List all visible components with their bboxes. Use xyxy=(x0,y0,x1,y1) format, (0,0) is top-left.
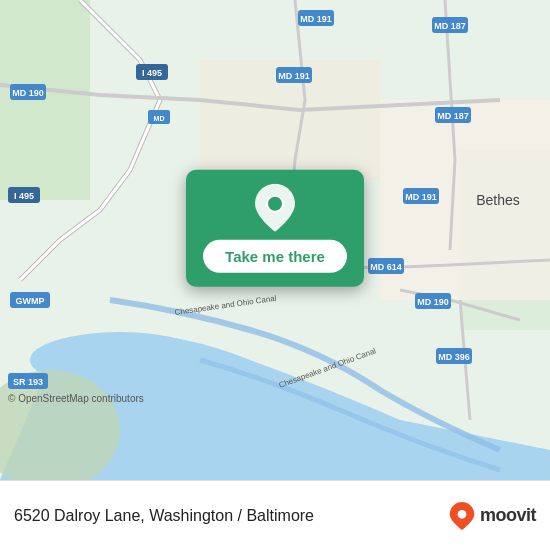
svg-text:MD: MD xyxy=(154,115,165,122)
address-label: 6520 Dalroy Lane, Washington / Baltimore xyxy=(14,507,438,525)
svg-text:SR 193: SR 193 xyxy=(13,377,43,387)
location-popup: Take me there xyxy=(186,170,364,287)
moovit-logo: moovit xyxy=(448,502,536,530)
svg-text:MD 614: MD 614 xyxy=(370,262,402,272)
svg-text:Bethes: Bethes xyxy=(476,192,520,208)
svg-text:MD 191: MD 191 xyxy=(405,192,437,202)
pin-icon xyxy=(253,186,297,230)
svg-text:MD 191: MD 191 xyxy=(278,71,310,81)
svg-text:MD 190: MD 190 xyxy=(417,297,449,307)
map-container: MD 191 MD 187 MD 190 I 495 MD 191 MD 187… xyxy=(0,0,550,480)
svg-text:MD 187: MD 187 xyxy=(434,21,466,31)
svg-text:MD 396: MD 396 xyxy=(438,352,470,362)
map-attribution: © OpenStreetMap contributors xyxy=(8,393,144,404)
moovit-wordmark: moovit xyxy=(480,505,536,526)
moovit-pin-icon xyxy=(448,502,476,530)
svg-text:I 495: I 495 xyxy=(14,191,34,201)
svg-text:MD 190: MD 190 xyxy=(12,88,44,98)
svg-text:MD 191: MD 191 xyxy=(300,14,332,24)
svg-text:GWMP: GWMP xyxy=(16,296,45,306)
svg-text:I 495: I 495 xyxy=(142,68,162,78)
bottom-bar: 6520 Dalroy Lane, Washington / Baltimore… xyxy=(0,480,550,550)
svg-point-38 xyxy=(267,196,283,212)
svg-point-39 xyxy=(458,509,467,518)
take-me-there-button[interactable]: Take me there xyxy=(203,240,347,273)
svg-text:MD 187: MD 187 xyxy=(437,111,469,121)
